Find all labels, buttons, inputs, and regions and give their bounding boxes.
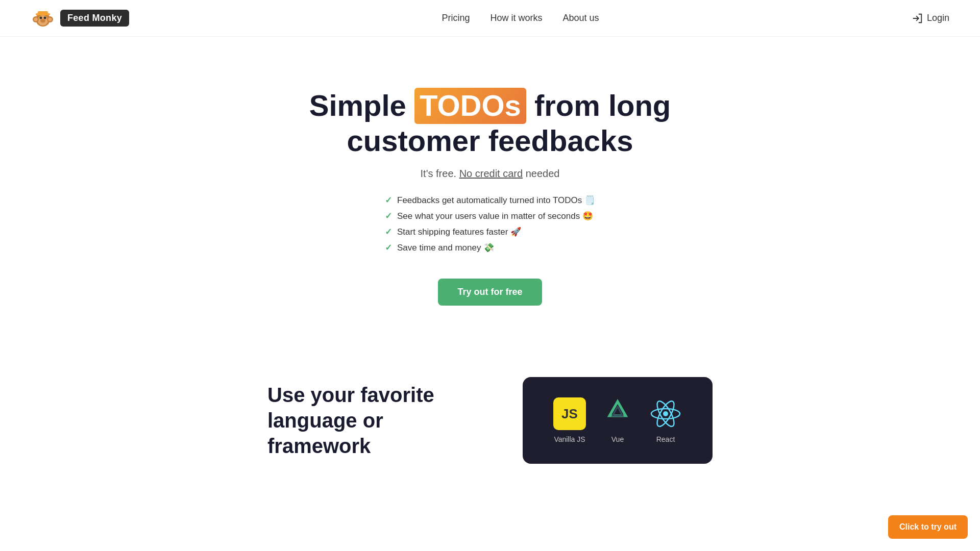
features-list: ✓ Feedbacks get automatically turned int… — [385, 195, 595, 258]
framework-item-react: React — [649, 397, 682, 443]
framework-item-vue: Vue — [601, 397, 634, 443]
js-label: Vanilla JS — [554, 435, 585, 443]
login-label: Login — [927, 13, 949, 23]
check-icon-1: ✓ — [385, 195, 392, 206]
nav-pricing[interactable]: Pricing — [442, 13, 470, 23]
feature-text-3: Start shipping features faster 🚀 — [397, 227, 521, 237]
svg-rect-10 — [36, 13, 50, 15]
feature-text-4: Save time and money 💸 — [397, 242, 494, 253]
nav-links: Pricing How it works About us — [442, 13, 599, 23]
feature-item-1: ✓ Feedbacks get automatically turned int… — [385, 195, 595, 206]
framework-item-js: JS Vanilla JS — [553, 397, 586, 443]
svg-point-6 — [40, 16, 42, 19]
feature-item-3: ✓ Start shipping features faster 🚀 — [385, 227, 595, 237]
hero-subtitle-before: It's free. — [421, 168, 459, 179]
hero-title: Simple TODOs from long customer feedback… — [260, 88, 720, 158]
react-label: React — [656, 435, 675, 443]
react-icon — [649, 397, 682, 430]
feature-item-2: ✓ See what your users value in matter of… — [385, 211, 595, 221]
svg-point-8 — [40, 19, 45, 22]
check-icon-3: ✓ — [385, 227, 392, 237]
hero-subtitle-underline: No credit card — [459, 168, 523, 179]
check-icon-2: ✓ — [385, 211, 392, 221]
frameworks-title: Use your favoritelanguage or framework — [267, 382, 482, 459]
vue-label: Vue — [611, 435, 624, 443]
nav-how-it-works[interactable]: How it works — [490, 13, 542, 23]
brand-logo — [31, 6, 55, 31]
navbar: Feed Monky Pricing How it works About us… — [0, 0, 980, 37]
hero-subtitle: It's free. No credit card needed — [421, 168, 560, 180]
framework-card: JS Vanilla JS Vue React — [523, 377, 713, 464]
hero-title-before: Simple — [309, 89, 406, 122]
svg-point-7 — [44, 16, 46, 19]
feature-text-1: Feedbacks get automatically turned into … — [397, 195, 595, 206]
js-icon: JS — [553, 397, 586, 430]
cta-button[interactable]: Try out for free — [438, 279, 542, 306]
frameworks-section: Use your favoritelanguage or framework J… — [0, 346, 980, 464]
svg-point-13 — [663, 411, 668, 416]
login-icon — [912, 13, 923, 24]
vue-icon — [601, 397, 634, 430]
svg-point-5 — [48, 17, 52, 21]
brand-area: Feed Monky — [31, 6, 129, 31]
brand-name-label: Feed Monky — [60, 10, 129, 27]
feature-text-2: See what your users value in matter of s… — [397, 211, 593, 221]
hero-subtitle-after: needed — [526, 168, 560, 179]
feature-item-4: ✓ Save time and money 💸 — [385, 242, 595, 253]
hero-section: Simple TODOs from long customer feedback… — [0, 37, 980, 346]
check-icon-4: ✓ — [385, 242, 392, 253]
svg-point-4 — [34, 17, 38, 21]
svg-marker-11 — [609, 402, 626, 416]
nav-about-us[interactable]: About us — [562, 13, 599, 23]
login-area[interactable]: Login — [912, 13, 949, 24]
frameworks-text: Use your favoritelanguage or framework — [267, 382, 482, 459]
hero-title-highlight: TODOs — [414, 88, 526, 124]
